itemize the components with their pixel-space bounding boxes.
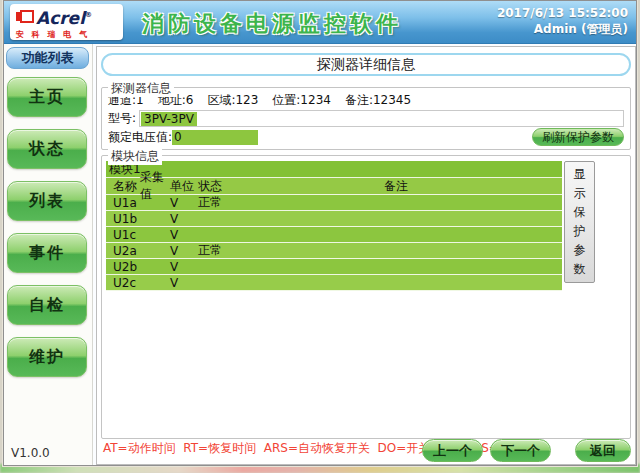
model-input[interactable]: 3PV-3PV bbox=[139, 110, 624, 127]
app-header: Acrel® 安 科 瑞 电 气 消防设备电源监控软件 2017/6/13 15… bbox=[4, 1, 636, 44]
sidebar-item-selftest[interactable]: 自检 bbox=[7, 285, 87, 325]
model-row: 型号: 3PV-3PV bbox=[108, 109, 624, 128]
sidebar-item-list[interactable]: 列表 bbox=[7, 181, 87, 221]
app-title: 消防设备电源监控软件 bbox=[142, 9, 402, 39]
sidebar-item-status[interactable]: 状态 bbox=[7, 129, 87, 169]
version-label: V1.0.0 bbox=[11, 446, 50, 460]
next-button[interactable]: 下一个 bbox=[490, 439, 551, 462]
col-status: 状态 bbox=[198, 178, 384, 195]
acrel-logo: Acrel® 安 科 瑞 电 气 bbox=[10, 4, 123, 40]
table-row[interactable]: U2c V bbox=[106, 275, 562, 291]
sidebar: 功能列表 主页 状态 列表 事件 自检 维护 V1.0.0 bbox=[4, 44, 93, 465]
module-info-group: 模块信息 模块1 名称 采集值 单位 状态 备注 U1a bbox=[101, 155, 631, 439]
detector-note: 备注:12345 bbox=[345, 92, 411, 109]
col-unit: 单位 bbox=[170, 178, 198, 195]
screen: Acrel® 安 科 瑞 电 气 消防设备电源监控软件 2017/6/13 15… bbox=[0, 0, 640, 473]
module-title-row: 模块1 bbox=[106, 161, 562, 178]
logged-in-user: Admin (管理员) bbox=[497, 21, 628, 37]
footer-buttons: 上一个 下一个 返回 bbox=[415, 439, 631, 462]
back-button[interactable]: 返回 bbox=[575, 439, 631, 462]
refresh-protection-params-button[interactable]: 刷新保护参数 bbox=[532, 128, 624, 146]
table-row[interactable]: U2b V bbox=[106, 259, 562, 275]
detector-zone: 区域:123 bbox=[207, 92, 258, 109]
rated-voltage-label: 额定电压值: bbox=[108, 129, 172, 146]
sidebar-item-events[interactable]: 事件 bbox=[7, 233, 87, 273]
sidebar-item-home[interactable]: 主页 bbox=[7, 77, 87, 117]
model-label: 型号: bbox=[108, 110, 136, 127]
datetime-display: 2017/6/13 15:52:00 bbox=[497, 5, 628, 21]
show-protection-params-button[interactable]: 显示保护参数 bbox=[564, 161, 595, 283]
main-panel: 探测器详细信息 探测器信息 通道:1 地址:6 区域:123 位置:1234 备… bbox=[96, 46, 636, 465]
detector-position: 位置:1234 bbox=[272, 92, 331, 109]
brand-subtitle: 安 科 瑞 电 气 bbox=[16, 29, 118, 40]
page-title: 探测器详细信息 bbox=[101, 53, 631, 76]
rated-voltage-row: 额定电压值: 0 刷新保护参数 bbox=[108, 128, 624, 147]
model-value: 3PV-3PV bbox=[141, 112, 197, 126]
detector-info-line: 通道:1 地址:6 区域:123 位置:1234 备注:12345 bbox=[108, 92, 624, 109]
col-name: 名称 bbox=[106, 178, 140, 195]
module-info-legend: 模块信息 bbox=[108, 148, 162, 165]
sidebar-header: 功能列表 bbox=[6, 47, 89, 69]
table-row[interactable]: U1b V bbox=[106, 211, 562, 227]
table-header-row: 名称 采集值 单位 状态 备注 bbox=[106, 178, 562, 195]
col-value: 采集值 bbox=[140, 169, 170, 203]
previous-button[interactable]: 上一个 bbox=[422, 439, 483, 462]
table-row[interactable]: U1a V 正常 bbox=[106, 195, 562, 211]
brand-name: Acrel® bbox=[36, 7, 92, 27]
app-window: Acrel® 安 科 瑞 电 气 消防设备电源监控软件 2017/6/13 15… bbox=[3, 0, 637, 466]
module-table: 模块1 名称 采集值 单位 状态 备注 U1a V bbox=[106, 161, 562, 291]
detector-info-legend: 探测器信息 bbox=[108, 80, 174, 97]
acrel-logo-icon bbox=[16, 10, 32, 23]
registered-mark: ® bbox=[85, 11, 92, 19]
rated-voltage-value: 0 bbox=[172, 130, 258, 145]
table-rows: U1a V 正常 U1b V bbox=[106, 195, 562, 291]
detector-info-group: 探测器信息 通道:1 地址:6 区域:123 位置:1234 备注:12345 … bbox=[101, 87, 631, 150]
table-row[interactable]: U2a V 正常 bbox=[106, 243, 562, 259]
sidebar-item-maintenance[interactable]: 维护 bbox=[7, 337, 87, 377]
table-row[interactable]: U1c V bbox=[106, 227, 562, 243]
col-note: 备注 bbox=[384, 178, 562, 195]
